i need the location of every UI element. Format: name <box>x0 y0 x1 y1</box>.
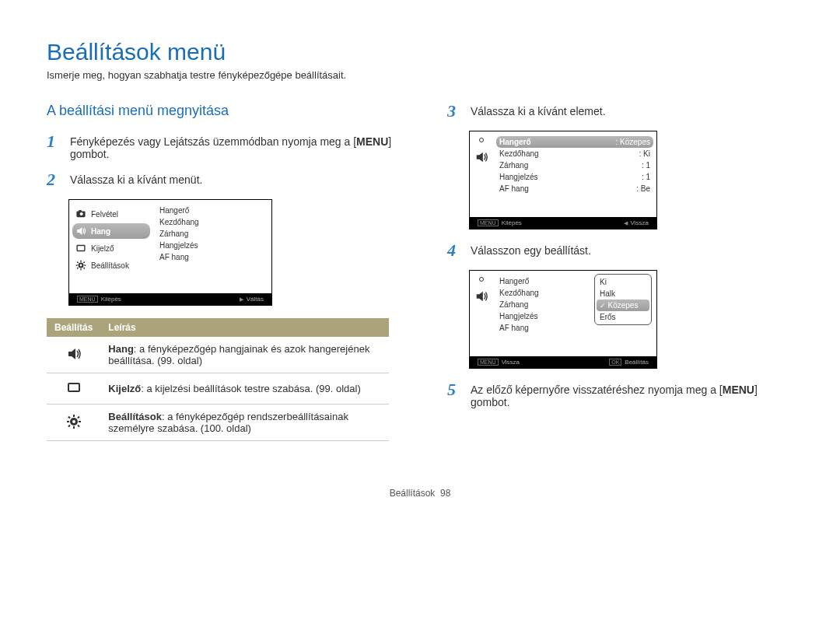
lcd-footer-back: Vissza <box>502 359 520 366</box>
lcd-footer-exit: Kilépés <box>101 296 121 303</box>
menu-item-label: Kijelző <box>91 244 114 253</box>
menu-item-label: Hang <box>91 227 110 236</box>
desc-text: Hang: a fényképezőgép hangjainak és azok… <box>100 337 389 373</box>
desc-row: Hang: a fényképezőgép hangjainak és azok… <box>47 337 389 373</box>
setting-row: AF hang: Be <box>499 183 650 194</box>
step-5: 5 Az előző képernyőre visszatéréshez nyo… <box>447 381 793 408</box>
step-number: 5 <box>447 381 461 408</box>
display-icon <box>47 373 100 405</box>
submenu-item: Kezdőhang <box>159 216 265 228</box>
step-5-pre: Az előző képernyőre visszatéréshez nyomj… <box>471 384 719 396</box>
step-number: 2 <box>47 171 61 188</box>
submenu-item: AF hang <box>159 251 265 263</box>
sound-icon <box>75 226 86 236</box>
lcd-footer-exit: Kilépés <box>502 219 522 226</box>
lead-text: Ismerje meg, hogyan szabhatja testre fén… <box>47 69 793 81</box>
dot-icon <box>479 277 484 282</box>
setting-key: Hangerő <box>499 138 616 146</box>
setting-key: Zárhang <box>499 161 642 170</box>
section-heading: A beállítási menü megnyitása <box>47 103 393 119</box>
setting-value: : Ki <box>639 149 650 158</box>
lcd-screenshot-setting: HangerőKezdőhangZárhangHangjelzésAF hang… <box>469 270 657 369</box>
popup-option: Közepes <box>597 299 649 311</box>
lcd-screenshot-items: Hangerő: KözepesKezdőhang: KiZárhang: 1H… <box>469 131 657 229</box>
sound-icon <box>474 150 488 166</box>
display-icon <box>75 243 86 254</box>
setting-key: Kezdőhang <box>499 149 639 158</box>
setting-key: AF hang <box>499 184 636 193</box>
lcd-screenshot-menus: FelvételHangKijelzőBeállítások HangerőKe… <box>68 199 272 306</box>
menu-item-kijelző: Kijelző <box>72 240 150 256</box>
setting-row: Zárhang: 1 <box>499 159 650 171</box>
step-number: 3 <box>447 103 461 120</box>
setting-value: : 1 <box>642 173 650 181</box>
description-table: Beállítás Leírás Hang: a fényképezőgép h… <box>47 318 389 441</box>
step-5-post: gombot. <box>471 396 510 408</box>
menu-button-icon: MENU <box>478 359 499 366</box>
step-2: 2 Válassza ki a kívánt menüt. <box>47 171 393 188</box>
step-1-post: gombot. <box>70 148 110 160</box>
menu-button-label: MENU <box>356 135 388 148</box>
ok-button-icon: OK <box>609 359 621 366</box>
lcd-footer-set: Beállítás <box>625 359 649 366</box>
popup-option: Halk <box>595 288 651 299</box>
menu-button-icon: MENU <box>77 296 98 303</box>
desc-text: Beállítások: a fényképezőgép rendszerbeá… <box>100 405 389 441</box>
desc-text: Kijelző: a kijelzési beállítások testre … <box>100 373 389 405</box>
step-1-pre: Fényképezés vagy Lejátszás üzemmódban ny… <box>70 135 353 148</box>
footer-page-number: 98 <box>440 488 450 499</box>
camera-icon <box>75 208 86 219</box>
page-footer: Beállítások 98 <box>47 488 793 499</box>
options-popup: KiHalkKözepesErős <box>594 274 652 325</box>
menu-button-label: MENU <box>723 384 754 396</box>
step-3-text: Válassza ki a kívánt elemet. <box>471 105 606 120</box>
setting-value: : 1 <box>642 161 650 170</box>
desc-row: Kijelző: a kijelzési beállítások testre … <box>47 373 389 405</box>
setting-row: Kezdőhang: Ki <box>499 148 650 159</box>
footer-section: Beállítások <box>390 488 436 499</box>
menu-item-beállítások: Beállítások <box>72 257 150 273</box>
menu-button-icon: MENU <box>478 219 499 226</box>
menu-item-felvétel: Felvétel <box>72 206 150 222</box>
step-4: 4 Válasszon egy beállítást. <box>447 242 793 259</box>
popup-option: Ki <box>595 276 651 288</box>
menu-item-label: Beállítások <box>91 261 129 270</box>
step-3: 3 Válassza ki a kívánt elemet. <box>447 103 793 120</box>
menu-item-label: Felvétel <box>91 210 118 219</box>
step-number: 1 <box>47 133 61 160</box>
step-4-text: Válasszon egy beállítást. <box>471 244 591 259</box>
setting-row: Hangerő: Közepes <box>496 136 653 148</box>
lcd-footer-switch: Váltás <box>240 296 264 303</box>
page-title: Beállítások menü <box>47 39 793 65</box>
step-number: 4 <box>447 242 461 259</box>
popup-option: Erős <box>595 311 651 323</box>
submenu-item: Hangjelzés <box>159 240 265 251</box>
setting-row: Hangjelzés: 1 <box>499 171 650 183</box>
desc-row: Beállítások: a fényképezőgép rendszerbeá… <box>47 405 389 441</box>
dot-icon <box>479 138 484 142</box>
sound-icon <box>47 337 100 373</box>
step-1: 1 Fényképezés vagy Lejátszás üzemmódban … <box>47 133 393 160</box>
setting-value: : Be <box>636 184 650 193</box>
sound-icon <box>474 289 488 305</box>
setting-value: : Közepes <box>616 138 650 146</box>
menu-item-hang: Hang <box>72 223 150 239</box>
desc-th-description: Leírás <box>100 318 389 337</box>
submenu-item: Zárhang <box>159 228 265 240</box>
gear-icon <box>75 260 86 271</box>
step-2-text: Válassza ki a kívánt menüt. <box>70 173 202 188</box>
gear-icon <box>47 405 100 441</box>
desc-th-setting: Beállítás <box>47 318 100 337</box>
lcd-footer-back: Vissza <box>624 219 649 226</box>
submenu-item: Hangerő <box>159 205 265 216</box>
setting-key: Hangjelzés <box>499 173 642 181</box>
